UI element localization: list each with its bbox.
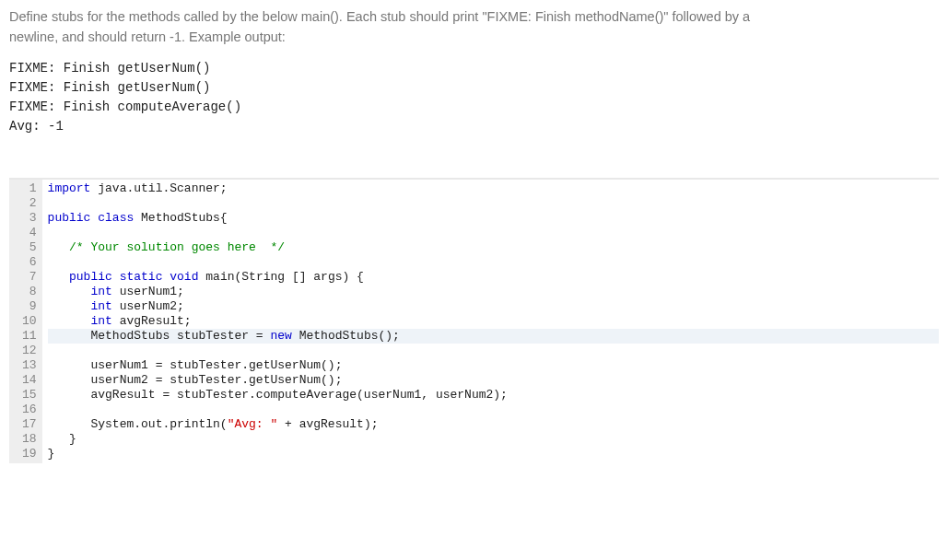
line-number: 3	[22, 211, 37, 226]
code-line: public class MethodStubs{	[48, 211, 939, 226]
line-number: 4	[22, 226, 37, 240]
code-line: public static void main(String [] args) …	[48, 270, 939, 285]
code-line	[48, 402, 939, 417]
code-line: int avgResult;	[48, 314, 939, 329]
line-number: 15	[22, 388, 37, 402]
code-content[interactable]: import java.util.Scanner; public class M…	[42, 180, 939, 463]
line-number: 13	[22, 358, 37, 373]
line-number: 9	[22, 299, 37, 314]
question-prompt: Define stubs for the methods called by t…	[9, 7, 939, 48]
code-line: int userNum1;	[48, 285, 939, 299]
code-line: int userNum2;	[48, 299, 939, 314]
line-number: 17	[22, 417, 37, 432]
line-number: 10	[22, 314, 37, 329]
line-number: 1	[22, 181, 37, 196]
code-line: System.out.println("Avg: " + avgResult);	[48, 417, 939, 432]
code-line: userNum2 = stubTester.getUserNum();	[48, 373, 939, 388]
line-number: 7	[22, 270, 37, 285]
code-editor: 12345678910111213141516171819 import jav…	[9, 178, 939, 463]
prompt-line-2: newline, and should return -1. Example o…	[9, 29, 286, 44]
code-line: /* Your solution goes here */	[48, 240, 939, 255]
code-line	[48, 196, 939, 211]
example-output: FIXME: Finish getUserNum() FIXME: Finish…	[9, 59, 939, 136]
line-number: 16	[22, 402, 37, 417]
code-line: userNum1 = stubTester.getUserNum();	[48, 358, 939, 373]
line-number: 6	[22, 255, 37, 270]
code-line	[48, 255, 939, 270]
code-line: MethodStubs stubTester = new MethodStubs…	[48, 329, 939, 344]
code-line: import java.util.Scanner;	[48, 181, 939, 196]
line-number: 2	[22, 196, 37, 211]
code-line: }	[48, 432, 939, 447]
line-number: 5	[22, 240, 37, 255]
code-line: avgResult = stubTester.computeAverage(us…	[48, 388, 939, 402]
line-number: 19	[22, 447, 37, 461]
prompt-line-1: Define stubs for the methods called by t…	[9, 9, 750, 24]
line-number: 8	[22, 285, 37, 299]
line-number: 11	[22, 329, 37, 344]
code-line: }	[48, 447, 939, 461]
line-number: 12	[22, 344, 37, 358]
code-line	[48, 344, 939, 358]
line-number: 18	[22, 432, 37, 447]
code-line	[48, 226, 939, 240]
line-number-gutter: 12345678910111213141516171819	[9, 180, 42, 463]
line-number: 14	[22, 373, 37, 388]
